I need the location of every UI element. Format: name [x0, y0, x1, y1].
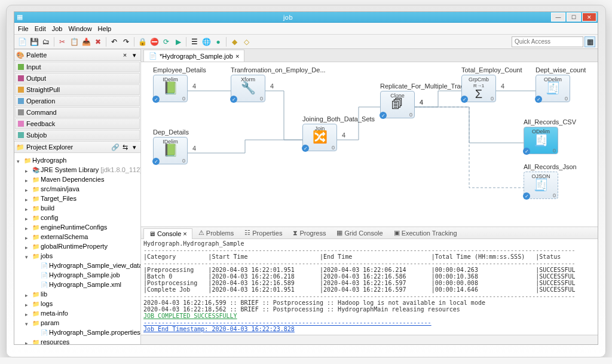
palette-header[interactable]: 🎨 Palette × ▾ — [14, 49, 140, 61]
perspective-icon[interactable]: ▦ — [585, 36, 595, 47]
graph-node[interactable]: Dept_wise_count ODelim 🧾 ✓ 0 — [536, 67, 581, 102]
palette-item[interactable]: Command — [15, 107, 140, 118]
minimize-button[interactable]: — — [551, 13, 565, 22]
run2-icon[interactable]: ● — [213, 36, 224, 47]
graph-canvas[interactable]: 4444444 Employee_Details IDelim 📗 ✓ 0 De… — [141, 62, 598, 227]
menu-job[interactable]: Job — [52, 25, 63, 32]
node-box[interactable]: Join 🔀 ✓ 0 — [302, 124, 337, 151]
graph-node[interactable]: Dep_Details IDelim 📗 ✓ 0 — [153, 129, 189, 164]
tree-node[interactable]: ▸📁Maven Dependencies — [24, 175, 139, 184]
node-box[interactable]: ODelim 🧾 ✓ 0 — [536, 75, 570, 102]
graph-node[interactable]: All_Records_Json OJSON 🧾 ✓ 0 — [524, 164, 569, 199]
expand-icon[interactable]: ▸ — [25, 214, 31, 220]
tree-node[interactable]: ▸📁externalSchema — [24, 232, 139, 241]
tab-console-close-icon[interactable]: × — [183, 230, 186, 237]
cut-icon[interactable]: ✂ — [57, 36, 68, 47]
tree-node[interactable]: ▾📁jobs📄Hydrograph_Sample_view_data...📄Hy… — [24, 251, 139, 289]
mark2-icon[interactable]: ◇ — [241, 36, 252, 47]
tree-node[interactable]: ▸📁meta-info — [24, 308, 139, 318]
explorer-menu-icon[interactable]: ▾ — [131, 143, 138, 151]
palette-item[interactable]: Operation — [15, 96, 140, 106]
expand-icon[interactable]: ▸ — [25, 166, 31, 172]
tree-node[interactable]: ▸📁logs — [24, 299, 139, 308]
project-explorer[interactable]: ▾📁Hydrograph▸📚JRE System Library [jdk1.8… — [14, 153, 140, 344]
mark1-icon[interactable]: ◆ — [229, 36, 240, 47]
globe-icon[interactable]: 🌐 — [201, 36, 212, 47]
expand-icon[interactable]: ▸ — [25, 204, 31, 210]
redo-icon[interactable]: ↷ — [121, 36, 131, 47]
tree-node[interactable]: 📄Hydrograph_Sample.properties — [32, 328, 139, 337]
tree-node[interactable]: ▸📁resources — [24, 337, 139, 344]
collapse-icon[interactable]: ⇆ — [121, 143, 128, 151]
palette-item[interactable]: Subjob — [15, 130, 140, 140]
save-icon[interactable]: 💾 — [29, 36, 39, 47]
expand-icon[interactable]: ▸ — [25, 233, 31, 239]
palette-item[interactable]: Output — [15, 73, 140, 84]
graph-node[interactable]: Tranfromation_on_Employ_De... Xform 🔧 ✓ … — [231, 67, 276, 102]
expand-icon[interactable]: ▸ — [25, 243, 31, 249]
menu-file[interactable]: File — [18, 25, 29, 32]
tree-node[interactable]: ▸📁Target_Files — [24, 194, 139, 203]
palette-close-icon[interactable]: × — [121, 51, 128, 59]
palette-menu-icon[interactable]: ▾ — [131, 51, 138, 59]
tree-node[interactable]: ▸📁config — [24, 213, 139, 222]
link-icon[interactable]: 🔗 — [112, 143, 119, 151]
node-box[interactable]: OJSON 🧾 ✓ 0 — [524, 172, 558, 199]
expand-icon[interactable]: ▸ — [25, 338, 31, 344]
graph-node[interactable]: All_Records_CSV ODelim 🧾 ✓ 0 — [524, 119, 569, 154]
expand-icon[interactable]: ▸ — [25, 300, 31, 306]
tree-node[interactable]: ▸📚JRE System Library [jdk1.8.0_112] — [24, 165, 139, 175]
tree-node[interactable]: ▾📁Hydrograph▸📚JRE System Library [jdk1.8… — [16, 155, 139, 344]
close-button[interactable]: ✕ — [582, 13, 596, 22]
tab-grid[interactable]: ▦Grid Console — [332, 228, 387, 238]
expand-icon[interactable]: ▸ — [25, 290, 31, 296]
palette-item[interactable]: Feedback — [15, 118, 140, 129]
node-box[interactable]: ODelim 🧾 ✓ 0 — [524, 127, 558, 154]
tree-node[interactable]: 📄Hydrograph_Sample.xml — [32, 280, 139, 289]
graph-node[interactable]: Employee_Details IDelim 📗 ✓ 0 — [153, 67, 198, 102]
tab-close-icon[interactable]: × — [235, 53, 239, 60]
quick-access-input[interactable] — [512, 36, 583, 47]
tree-node[interactable]: ▾📁param📄Hydrograph_Sample.properties — [24, 318, 139, 337]
lock-icon[interactable]: 🔒 — [137, 36, 148, 47]
grid-icon[interactable]: ☰ — [189, 36, 200, 47]
expand-icon[interactable]: ▸ — [25, 185, 31, 191]
tab-progress[interactable]: ⧗Progress — [288, 228, 331, 238]
expand-icon[interactable]: ▸ — [25, 310, 31, 316]
tree-node[interactable]: ▸📁build — [24, 203, 139, 213]
tree-node[interactable]: ▸📁lib — [24, 289, 139, 299]
collapse-icon[interactable]: ▾ — [17, 157, 23, 163]
new-icon[interactable]: 📄 — [17, 36, 27, 47]
menu-edit[interactable]: Edit — [35, 25, 46, 32]
node-box[interactable]: Xform 🔧 ✓ 0 — [231, 75, 265, 102]
collapse-icon[interactable]: ▾ — [25, 252, 31, 258]
expand-icon[interactable]: ▸ — [25, 224, 31, 230]
palette-item[interactable]: Input — [15, 62, 140, 72]
graph-node[interactable]: Total_Employ_Count GrpCmbR→1 Σ ✓ 0 — [461, 67, 507, 102]
paste-icon[interactable]: 📥 — [81, 36, 91, 47]
node-box[interactable]: GrpCmbR→1 Σ ✓ 0 — [461, 75, 496, 102]
tree-node[interactable]: 📄Hydrograph_Sample.job — [32, 270, 139, 280]
tab-console[interactable]: 🖥 Console × — [143, 228, 192, 239]
menu-window[interactable]: Window — [68, 25, 91, 32]
tree-node[interactable]: ▸📁engineRuntimeConfigs — [24, 222, 139, 232]
refresh-icon[interactable]: ⟳ — [161, 36, 172, 47]
tree-node[interactable]: ▸📁src/main/java — [24, 184, 139, 194]
editor-tab[interactable]: 📄 *Hydrograph_Sample.job × — [143, 50, 244, 62]
tab-exec[interactable]: ▣Execution Tracking — [389, 228, 462, 238]
copy-icon[interactable]: 📋 — [69, 36, 79, 47]
graph-node[interactable]: Replicate_For_Multiple_Traget... Clone 🗐… — [380, 83, 426, 118]
run-icon[interactable]: ▶ — [173, 36, 183, 47]
menu-help[interactable]: Help — [98, 25, 112, 32]
tree-node[interactable]: 📄Hydrograph_Sample_view_data... — [32, 261, 139, 270]
graph-node[interactable]: Joining_Both_Data_Sets Join 🔀 ✓ 0 — [302, 116, 348, 151]
delete-icon[interactable]: ✖ — [93, 36, 103, 47]
node-box[interactable]: Clone 🗐 ✓ 0 — [380, 91, 415, 118]
expand-icon[interactable]: ▸ — [25, 176, 31, 182]
tree-node[interactable]: ▸📁globalRuntimeProperty — [24, 241, 139, 251]
console-output[interactable]: Hydrograph.Hydrograph_Sample------------… — [141, 239, 598, 335]
tab-problems[interactable]: ⚠Problems — [194, 228, 238, 238]
collapse-icon[interactable]: ▾ — [25, 319, 31, 325]
node-box[interactable]: IDelim 📗 ✓ 0 — [153, 75, 188, 102]
undo-icon[interactable]: ↶ — [109, 36, 120, 47]
